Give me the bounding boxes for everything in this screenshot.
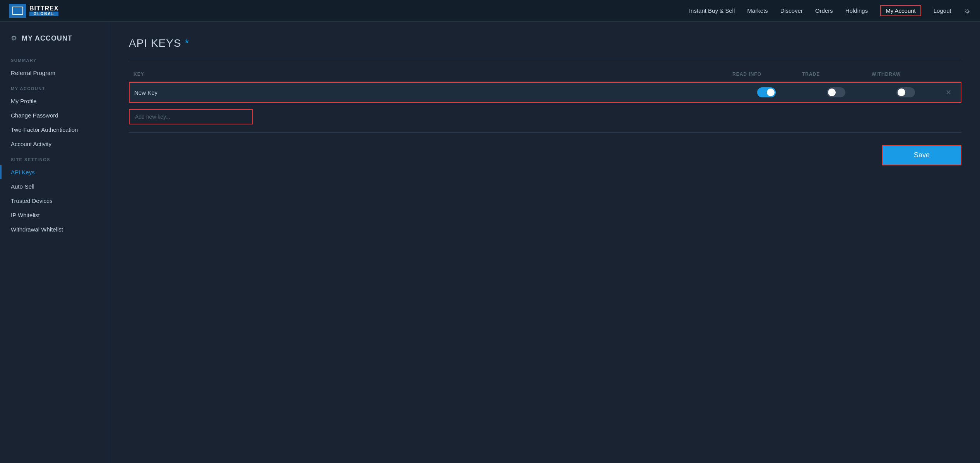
sidebar-item-ip-whitelist[interactable]: IP Whitelist	[0, 208, 110, 222]
save-area: Save	[129, 145, 961, 165]
toggle-trade-knob	[828, 89, 836, 96]
nav-links: Instant Buy & Sell Markets Discover Orde…	[689, 5, 971, 16]
col-key: KEY	[133, 71, 732, 77]
toggle-read-info-container	[732, 87, 801, 97]
section-label-my-account: MY ACCOUNT	[0, 80, 110, 94]
sidebar-item-two-factor[interactable]: Two-Factor Authentication	[0, 123, 110, 137]
logo-box-inner	[12, 7, 23, 15]
gear-icon: ⚙	[11, 34, 17, 43]
section-label-site-settings: SITE SETTINGS	[0, 151, 110, 165]
sidebar-item-trusted-devices[interactable]: Trusted Devices	[0, 194, 110, 208]
save-button[interactable]: Save	[882, 145, 961, 165]
layout: ⚙ MY ACCOUNT SUMMARY Referral Program MY…	[0, 22, 980, 463]
nav-logout[interactable]: Logout	[934, 7, 951, 14]
sidebar-item-change-password[interactable]: Change Password	[0, 108, 110, 123]
sidebar-title: MY ACCOUNT	[22, 34, 72, 43]
key-name: New Key	[134, 89, 732, 96]
add-new-key-input[interactable]	[129, 109, 253, 124]
sidebar-item-auto-sell[interactable]: Auto-Sell	[0, 179, 110, 194]
section-label-summary: SUMMARY	[0, 52, 110, 66]
api-table-header: KEY READ INFO TRADE WITHDRAW	[129, 71, 961, 82]
sidebar-item-account-activity[interactable]: Account Activity	[0, 137, 110, 151]
sidebar-item-api-keys[interactable]: API Keys	[0, 165, 110, 179]
toggle-withdraw-knob	[898, 89, 905, 96]
theme-toggle-icon[interactable]: ☼	[964, 6, 971, 15]
toggle-withdraw[interactable]	[896, 87, 915, 97]
toggle-read-info[interactable]	[757, 87, 776, 97]
sidebar-item-withdrawal-whitelist[interactable]: Withdrawal Whitelist	[0, 222, 110, 237]
main-content: API KEYS * KEY READ INFO TRADE WITHDRAW …	[110, 22, 980, 463]
toggle-trade-container	[801, 87, 871, 97]
col-actions	[941, 71, 957, 77]
col-withdraw: WITHDRAW	[872, 71, 941, 77]
page-title: API KEYS *	[129, 37, 961, 49]
nav-instant-buy-sell[interactable]: Instant Buy & Sell	[689, 7, 735, 14]
nav-my-account[interactable]: My Account	[880, 5, 921, 16]
nav-discover[interactable]: Discover	[780, 7, 803, 14]
col-read-info: READ INFO	[732, 71, 802, 77]
logo-sub: GLOBAL	[29, 12, 58, 16]
logo-brand: BITTREX	[29, 5, 58, 12]
nav-holdings[interactable]: Holdings	[845, 7, 868, 14]
nav-orders[interactable]: Orders	[815, 7, 833, 14]
nav-markets[interactable]: Markets	[747, 7, 768, 14]
asterisk: *	[185, 37, 189, 49]
toggle-withdraw-container	[871, 87, 941, 97]
toggle-read-info-knob	[767, 89, 775, 96]
sidebar-header: ⚙ MY ACCOUNT	[0, 34, 110, 52]
logo-icon	[9, 4, 26, 18]
toggle-trade[interactable]	[827, 87, 845, 97]
remove-key-button[interactable]: ✕	[941, 88, 956, 97]
sidebar: ⚙ MY ACCOUNT SUMMARY Referral Program MY…	[0, 22, 110, 463]
logo-text: BITTREX GLOBAL	[29, 5, 58, 16]
add-key-row	[129, 109, 961, 133]
logo-area: BITTREX GLOBAL	[9, 4, 58, 18]
sidebar-item-my-profile[interactable]: My Profile	[0, 94, 110, 108]
divider	[129, 59, 961, 59]
col-trade: TRADE	[802, 71, 872, 77]
sidebar-item-referral-program[interactable]: Referral Program	[0, 66, 110, 80]
api-key-row: New Key ✕	[129, 82, 961, 103]
header: BITTREX GLOBAL Instant Buy & Sell Market…	[0, 0, 980, 22]
